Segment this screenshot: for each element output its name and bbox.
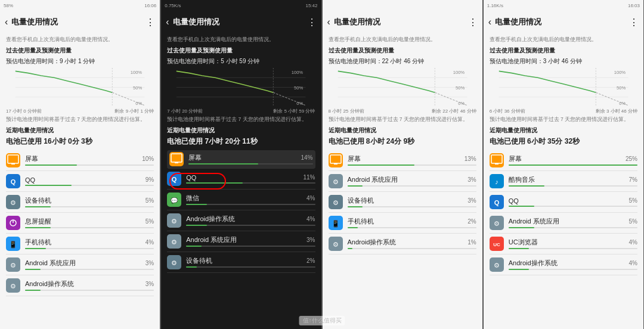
battery-used-text: 电池已使用 6小时 35分 32秒 [490,136,637,147]
app-icon-2: 💬 [167,193,181,207]
svg-text:0%: 0% [135,100,142,105]
battery-used-text: 电池已使用 8小时 24分 9秒 [329,136,476,147]
svg-text:100%: 100% [131,69,143,75]
app-name: 息屏提醒 [25,217,51,226]
app-name: QQ [25,176,35,184]
app-list-item: ⚙ Android 系统应用 3% [167,231,315,252]
app-percent: 25% [626,156,637,162]
more-icon[interactable]: ⋮ [468,17,478,28]
app-percent: 5% [629,197,637,204]
page-title: 电量使用情况 [11,17,142,27]
top-bar: ‹ 电量使用情况 ⋮ [484,11,643,33]
battery-chart: 100% 50% 0% [167,68,315,107]
app-icon-0 [329,153,343,167]
panel-panel2: 0.75K/s 15:42 ‹ 电量使用情况 ⋮ 查看您手机自上次充满电后的电量… [161,0,321,329]
back-arrow-icon[interactable]: ‹ [488,17,491,27]
app-icon-3: ⚙ [167,213,181,228]
app-name: Android 系统应用 [186,235,237,244]
page-title: 电量使用情况 [495,17,626,27]
back-arrow-icon[interactable]: ‹ [5,17,8,27]
prediction-text: 预计电池使用时间将基于过去 7 天您的使用情况进行估算。 [329,116,476,123]
back-arrow-icon[interactable]: ‹ [166,17,169,27]
app-name: Android 系统应用 [509,217,559,226]
app-name: 屏幕 [509,154,522,163]
app-list: 屏幕 25% ♪ 酷狗音乐 7% [490,150,637,275]
svg-text:100%: 100% [292,69,304,75]
app-list-item: UC UC浏览器 4% [490,234,637,254]
app-icon-4: UC [490,237,504,251]
svg-rect-9 [11,163,15,164]
recent-title: 近期电量使用情况 [329,126,476,135]
content-area: 查看您手机自上次充满电后的电量使用情况。 过去使用量及预测使用量 预估电池使用时… [161,33,321,329]
more-icon[interactable]: ⋮ [307,17,317,28]
chart-time-labels: 17 小时 0 分钟前 剩余 9 小时 1 分钟 [6,108,154,114]
chart-time-right: 剩余 22 小时 46 分钟 [432,108,476,114]
top-bar: ‹ 电量使用情况 ⋮ [323,11,482,33]
more-icon[interactable]: ⋮ [145,17,155,28]
app-name: Android操作系统 [25,280,74,288]
app-list: 屏幕 10% Q QQ 9% [6,150,154,296]
app-list-item: 屏幕 25% [490,150,637,171]
desc-text: 查看您手机自上次充满电后的电量使用情况。 [329,36,476,44]
app-icon-2: ⚙ [329,195,343,209]
chart-time-right: 剩余 5 小时 59 分钟 [273,108,315,114]
app-list-item: ⚙ Android操作系统 4% [167,210,315,231]
content-area: 查看您手机自上次充满电后的电量使用情况。 过去使用量及预测使用量 预估电池使用时… [484,33,643,329]
app-list-item: ⚙ Android操作系统 1% [329,234,476,254]
svg-text:⚙: ⚙ [171,259,177,266]
svg-text:📱: 📱 [332,219,340,228]
desc-text: 查看您手机自上次充满电后的电量使用情况。 [6,36,154,44]
svg-text:0%: 0% [458,100,465,105]
app-list-item: ⚙ 设备待机 3% [329,192,476,213]
svg-rect-70 [495,163,499,164]
app-list-item: ⚙ Android 系统应用 3% [329,171,476,192]
battery-chart: 100% 50% 0% [490,68,637,107]
more-icon[interactable]: ⋮ [629,17,639,28]
app-icon-3: 📱 [329,216,343,230]
app-list-item: 📱 手机待机 2% [329,213,476,234]
svg-text:⚙: ⚙ [10,283,16,290]
app-icon-5: ⚙ [490,257,504,272]
svg-text:⚙: ⚙ [333,178,339,185]
app-list-item: ⚙ 设备待机 5% [6,192,154,213]
app-name: Android操作系统 [509,259,558,268]
chart-time-labels: 7 小时 20 分钟前 剩余 5 小时 59 分钟 [167,108,315,114]
svg-text:UC: UC [493,242,500,247]
app-percent: 4% [306,195,315,201]
app-icon-5: ⚙ [167,255,181,269]
app-percent: 5% [629,218,637,225]
chart-time-left: 17 小时 0 分钟前 [6,108,42,114]
app-list-item: ⚙ Android操作系统 3% [6,275,154,296]
app-list-item: ⚙ 设备待机 2% [167,252,315,273]
app-icon-6: ⚙ [6,278,20,293]
app-percent: 2% [306,257,315,264]
status-bar: 58% 16:06 [0,0,160,11]
prediction-text: 预计电池使用时间将基于过去 7 天您的使用情况进行估算。 [490,116,637,123]
back-arrow-icon[interactable]: ‹ [327,17,330,27]
app-percent: 4% [145,239,154,246]
status-right: 15:42 [305,3,317,8]
app-percent: 7% [629,176,637,183]
status-right: 16:03 [628,3,640,8]
app-percent: 10% [142,156,154,162]
app-name: Android操作系统 [348,238,397,247]
app-icon-4: ⚙ [329,237,343,251]
app-name: 屏幕 [188,153,202,162]
estimated-text: 预估电池使用时间：3 小时 46 分钟 [490,57,637,66]
section-title: 过去使用量及预测使用量 [6,46,154,55]
app-list-item: 息屏提醒 5% [6,213,154,234]
app-list-item: Q QQ 11% [167,169,315,190]
app-icon-3: ⚙ [490,216,504,230]
app-name: 屏幕 [25,154,38,163]
app-list: 屏幕 13% ⚙ Android 系统应用 3% [329,150,476,254]
svg-text:100%: 100% [453,69,465,75]
estimated-text: 预估电池使用时间：5 小时 59 分钟 [167,57,315,66]
app-icon-2: Q [490,195,504,209]
app-name: Android操作系统 [186,215,235,224]
svg-text:0%: 0% [296,100,303,105]
app-name: 酷狗音乐 [509,175,535,184]
app-list-item: ⚙ Android 系统应用 3% [6,254,154,275]
panel-panel1: 58% 16:06 ‹ 电量使用情况 ⋮ 查看您手机自上次充满电后的电量使用情况… [0,0,160,329]
content-area: 查看您手机自上次充满电后的电量使用情况。 过去使用量及预测使用量 预估电池使用时… [0,33,160,329]
svg-text:50%: 50% [617,85,626,90]
